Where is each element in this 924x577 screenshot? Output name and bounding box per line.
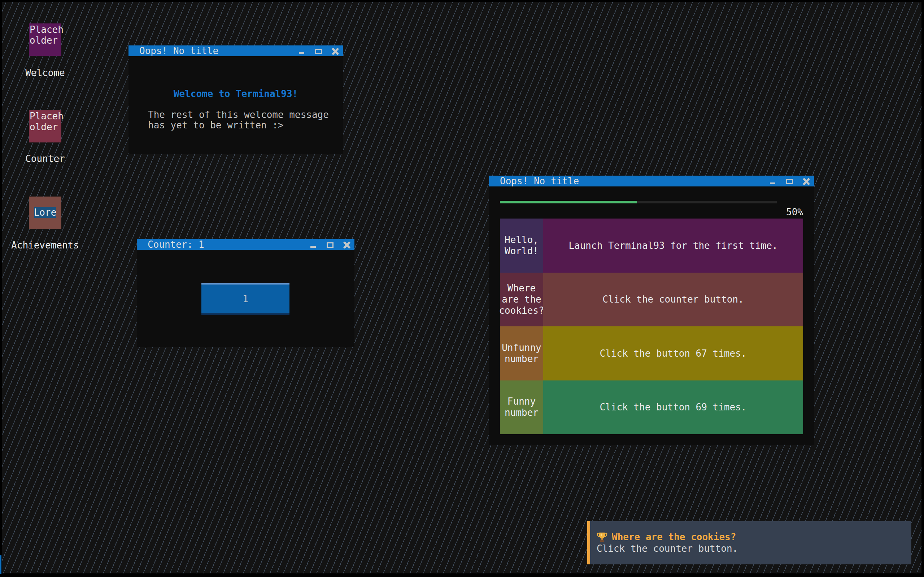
screen-bezel: [0, 574, 924, 577]
counter-window-body: 1: [137, 250, 354, 347]
counter-window: Counter: 1 1: [137, 239, 354, 347]
achievements-progress-bar: [500, 201, 777, 203]
maximize-button[interactable]: [785, 176, 793, 187]
welcome-heading: Welcome to Terminal93!: [129, 88, 343, 100]
maximize-icon: [315, 49, 322, 54]
minimize-icon: [770, 182, 775, 184]
lore-badge: Lore: [34, 207, 56, 218]
minimize-icon: [299, 52, 304, 54]
minimize-button[interactable]: [309, 239, 317, 250]
screen-bezel: [921, 0, 924, 577]
icon-label-achievements: Achievements: [0, 240, 90, 250]
welcome-window-body: Welcome to Terminal93! The rest of this …: [129, 56, 343, 154]
achievement-name: Unfunny number: [500, 326, 543, 380]
counter-window-titlebar[interactable]: Counter: 1: [137, 239, 354, 250]
icon-label-welcome: Welcome: [0, 68, 90, 78]
achievements-window-titlebar[interactable]: Oops! No title: [489, 176, 814, 187]
maximize-button[interactable]: [314, 45, 322, 56]
window-title: Oops! No title: [489, 176, 579, 187]
screen-bezel: [0, 0, 2, 577]
achievements-window-body: 50% Hello, World! Launch Terminal93 for …: [489, 187, 814, 445]
close-button[interactable]: [331, 45, 339, 56]
achievement-description: Click the button 69 times.: [543, 380, 803, 435]
screen-bezel: [0, 0, 924, 2]
achievement-name: Funny number: [500, 380, 543, 435]
close-button[interactable]: [802, 176, 810, 187]
screen-edge-fragment: [0, 555, 2, 574]
achievements-table: Hello, World! Launch Terminal93 for the …: [500, 219, 803, 434]
desktop-icon-welcome[interactable]: Placeholder: [29, 23, 61, 56]
achievement-description: Click the button 67 times.: [543, 326, 803, 380]
achievement-description: Click the counter button.: [543, 272, 803, 327]
welcome-window-titlebar[interactable]: Oops! No title: [129, 45, 343, 56]
icon-placeholder-text: Placeholder: [29, 23, 64, 46]
achievements-progress-label: 50%: [786, 206, 803, 218]
achievements-window: Oops! No title 50% Hello, World! Launch …: [489, 176, 814, 445]
achievements-progress-fill: [500, 201, 637, 203]
toast-title: Where are the cookies?: [612, 532, 736, 542]
maximize-icon: [786, 179, 793, 184]
toast-body: Click the counter button.: [597, 543, 911, 554]
minimize-icon: [310, 246, 316, 248]
minimize-button[interactable]: [769, 176, 776, 187]
desktop-icon-achievements[interactable]: Lore: [29, 197, 61, 229]
window-title: Counter: 1: [137, 239, 204, 250]
icon-placeholder-text: Placeholder: [29, 110, 64, 132]
minimize-button[interactable]: [297, 45, 305, 56]
achievement-name: Where are the cookies?: [500, 272, 543, 327]
achievement-description: Launch Terminal93 for the first time.: [543, 219, 803, 272]
maximize-icon: [327, 242, 333, 248]
close-icon: [803, 178, 810, 185]
achievement-name: Hello, World!: [500, 219, 543, 272]
close-icon: [332, 48, 339, 55]
welcome-paragraph: The rest of this welcome message has yet…: [148, 110, 329, 131]
counter-increment-button[interactable]: 1: [201, 283, 289, 315]
maximize-button[interactable]: [326, 239, 334, 250]
window-title: Oops! No title: [129, 45, 218, 56]
icon-label-counter: Counter: [0, 154, 90, 164]
close-icon: [343, 242, 351, 248]
welcome-window: Oops! No title Welcome to Terminal93! Th…: [129, 45, 343, 154]
close-button[interactable]: [343, 239, 351, 250]
desktop-icon-counter[interactable]: Placeholder: [29, 110, 61, 142]
achievement-toast[interactable]: Where are the cookies? Click the counter…: [587, 521, 911, 564]
desktop: Placeholder Welcome Placeholder Counter …: [0, 0, 924, 577]
trophy-icon: [597, 532, 607, 542]
